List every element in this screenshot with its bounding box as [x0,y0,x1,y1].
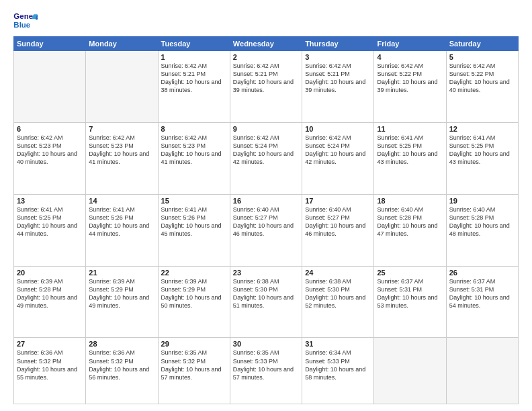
weekday-header: Friday [374,37,446,51]
day-detail: Sunrise: 6:35 AM Sunset: 5:32 PM Dayligh… [161,349,227,381]
calendar-week-row: 20Sunrise: 6:39 AM Sunset: 5:28 PM Dayli… [14,266,519,338]
weekday-header: Tuesday [158,37,230,51]
calendar-cell [86,51,158,123]
day-detail: Sunrise: 6:34 AM Sunset: 5:33 PM Dayligh… [305,349,371,381]
day-number: 29 [161,340,227,348]
day-detail: Sunrise: 6:42 AM Sunset: 5:23 PM Dayligh… [161,134,227,167]
calendar-cell: 12Sunrise: 6:41 AM Sunset: 5:25 PM Dayli… [446,122,518,194]
day-detail: Sunrise: 6:42 AM Sunset: 5:24 PM Dayligh… [233,134,299,167]
day-number: 31 [305,340,371,348]
calendar-cell: 4Sunrise: 6:42 AM Sunset: 5:22 PM Daylig… [374,51,446,123]
day-number: 18 [377,197,443,205]
calendar-cell: 26Sunrise: 6:37 AM Sunset: 5:31 PM Dayli… [446,266,518,338]
day-number: 8 [161,125,227,133]
day-number: 23 [233,269,299,277]
day-detail: Sunrise: 6:40 AM Sunset: 5:28 PM Dayligh… [377,205,443,238]
weekday-header: Saturday [446,37,518,51]
header: General Blue [13,11,519,31]
calendar-cell: 17Sunrise: 6:40 AM Sunset: 5:27 PM Dayli… [302,194,374,266]
calendar-cell: 5Sunrise: 6:42 AM Sunset: 5:22 PM Daylig… [446,51,518,123]
calendar-cell: 16Sunrise: 6:40 AM Sunset: 5:27 PM Dayli… [230,194,302,266]
day-detail: Sunrise: 6:41 AM Sunset: 5:25 PM Dayligh… [377,134,443,167]
day-detail: Sunrise: 6:37 AM Sunset: 5:31 PM Dayligh… [449,277,515,310]
day-number: 25 [377,269,443,277]
day-number: 24 [305,269,371,277]
calendar-cell: 15Sunrise: 6:41 AM Sunset: 5:26 PM Dayli… [158,194,230,266]
calendar-table: SundayMondayTuesdayWednesdayThursdayFrid… [13,36,519,404]
weekday-header: Monday [86,37,158,51]
svg-text:Blue: Blue [13,21,30,29]
day-number: 19 [449,197,515,205]
day-number: 4 [377,53,443,61]
day-number: 27 [17,340,83,348]
calendar-week-row: 6Sunrise: 6:42 AM Sunset: 5:23 PM Daylig… [14,122,519,194]
calendar-cell: 27Sunrise: 6:36 AM Sunset: 5:32 PM Dayli… [14,338,86,404]
day-detail: Sunrise: 6:37 AM Sunset: 5:31 PM Dayligh… [377,277,443,310]
calendar-cell: 10Sunrise: 6:42 AM Sunset: 5:24 PM Dayli… [302,122,374,194]
day-detail: Sunrise: 6:42 AM Sunset: 5:22 PM Dayligh… [377,62,443,95]
day-detail: Sunrise: 6:39 AM Sunset: 5:29 PM Dayligh… [89,277,154,310]
day-detail: Sunrise: 6:36 AM Sunset: 5:32 PM Dayligh… [17,349,83,381]
calendar-cell: 20Sunrise: 6:39 AM Sunset: 5:28 PM Dayli… [14,266,86,338]
calendar-cell: 23Sunrise: 6:38 AM Sunset: 5:30 PM Dayli… [230,266,302,338]
calendar-cell: 21Sunrise: 6:39 AM Sunset: 5:29 PM Dayli… [86,266,158,338]
day-number: 6 [17,125,83,133]
day-detail: Sunrise: 6:36 AM Sunset: 5:32 PM Dayligh… [89,349,154,381]
day-detail: Sunrise: 6:42 AM Sunset: 5:23 PM Dayligh… [89,134,154,167]
day-number: 13 [17,197,83,205]
calendar-cell: 13Sunrise: 6:41 AM Sunset: 5:25 PM Dayli… [14,194,86,266]
day-number: 3 [305,53,371,61]
day-detail: Sunrise: 6:40 AM Sunset: 5:28 PM Dayligh… [449,205,515,238]
day-detail: Sunrise: 6:41 AM Sunset: 5:26 PM Dayligh… [89,205,154,238]
day-number: 11 [377,125,443,133]
day-detail: Sunrise: 6:42 AM Sunset: 5:23 PM Dayligh… [17,134,83,167]
day-number: 17 [305,197,371,205]
calendar-cell: 3Sunrise: 6:42 AM Sunset: 5:21 PM Daylig… [302,51,374,123]
day-number: 20 [17,269,83,277]
day-number: 7 [89,125,154,133]
calendar-cell: 7Sunrise: 6:42 AM Sunset: 5:23 PM Daylig… [86,122,158,194]
calendar-cell: 30Sunrise: 6:35 AM Sunset: 5:33 PM Dayli… [230,338,302,404]
day-number: 22 [161,269,227,277]
calendar-cell: 29Sunrise: 6:35 AM Sunset: 5:32 PM Dayli… [158,338,230,404]
day-number: 21 [89,269,154,277]
calendar-cell: 18Sunrise: 6:40 AM Sunset: 5:28 PM Dayli… [374,194,446,266]
day-detail: Sunrise: 6:41 AM Sunset: 5:26 PM Dayligh… [161,205,227,238]
day-detail: Sunrise: 6:38 AM Sunset: 5:30 PM Dayligh… [305,277,371,310]
day-detail: Sunrise: 6:42 AM Sunset: 5:24 PM Dayligh… [305,134,371,167]
day-number: 1 [161,53,227,61]
calendar-cell [14,51,86,123]
day-number: 9 [233,125,299,133]
day-number: 26 [449,269,515,277]
calendar-cell: 8Sunrise: 6:42 AM Sunset: 5:23 PM Daylig… [158,122,230,194]
day-detail: Sunrise: 6:35 AM Sunset: 5:33 PM Dayligh… [233,349,299,381]
calendar-week-row: 1Sunrise: 6:42 AM Sunset: 5:21 PM Daylig… [14,51,519,123]
calendar-cell: 6Sunrise: 6:42 AM Sunset: 5:23 PM Daylig… [14,122,86,194]
day-number: 12 [449,125,515,133]
calendar-cell: 28Sunrise: 6:36 AM Sunset: 5:32 PM Dayli… [86,338,158,404]
day-detail: Sunrise: 6:40 AM Sunset: 5:27 PM Dayligh… [305,205,371,238]
day-number: 10 [305,125,371,133]
calendar-cell: 31Sunrise: 6:34 AM Sunset: 5:33 PM Dayli… [302,338,374,404]
calendar-cell [374,338,446,404]
calendar-cell: 14Sunrise: 6:41 AM Sunset: 5:26 PM Dayli… [86,194,158,266]
day-detail: Sunrise: 6:41 AM Sunset: 5:25 PM Dayligh… [449,134,515,167]
day-number: 30 [233,340,299,348]
day-number: 2 [233,53,299,61]
logo: General Blue [13,11,40,31]
page: General Blue SundayMondayTuesdayWednesda… [0,0,532,411]
day-detail: Sunrise: 6:42 AM Sunset: 5:21 PM Dayligh… [305,62,371,95]
day-number: 16 [233,197,299,205]
calendar-cell: 19Sunrise: 6:40 AM Sunset: 5:28 PM Dayli… [446,194,518,266]
day-number: 28 [89,340,154,348]
day-number: 14 [89,197,154,205]
calendar-header-row: SundayMondayTuesdayWednesdayThursdayFrid… [14,37,519,51]
day-number: 15 [161,197,227,205]
calendar-cell: 9Sunrise: 6:42 AM Sunset: 5:24 PM Daylig… [230,122,302,194]
calendar-cell [446,338,518,404]
logo-icon: General Blue [13,11,38,31]
weekday-header: Sunday [14,37,86,51]
day-detail: Sunrise: 6:41 AM Sunset: 5:25 PM Dayligh… [17,205,83,238]
calendar-week-row: 13Sunrise: 6:41 AM Sunset: 5:25 PM Dayli… [14,194,519,266]
day-number: 5 [449,53,515,61]
